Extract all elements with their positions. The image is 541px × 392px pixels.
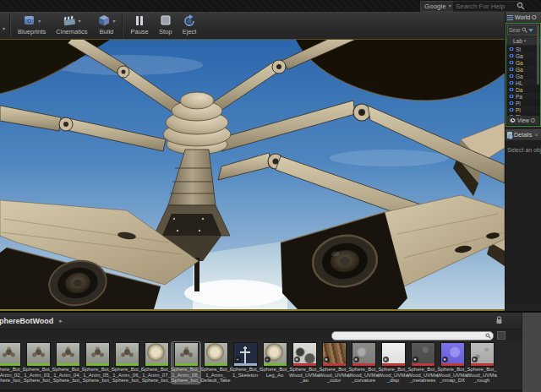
asset-item[interactable]: Sphere_Bot_6_ 1_Anim_08_ Sphere_bot_ (172, 342, 200, 384)
viewport[interactable] (0, 39, 505, 311)
asset-type-color-bar (352, 363, 375, 366)
asset-item[interactable]: Sphere_Bot_6_ 1_Anim_05_ Sphere_bot_ (83, 342, 112, 384)
asset-item[interactable]: ★ Sphere_Bot_ Wood_UVMap _curvature (349, 342, 378, 384)
world-outliner-panel: Sear Lab ▾ St (505, 23, 541, 127)
asset-source-badge: ★ (472, 357, 478, 362)
blueprints-label: Blueprints (18, 28, 46, 35)
outliner-actor-row[interactable]: Ga (506, 66, 540, 73)
pause-button[interactable]: Pause (125, 12, 153, 39)
viewport-3d-scene (0, 40, 505, 309)
asset-item[interactable]: ★ Sphere_Bot_ Wood_UVMap _color (320, 342, 348, 384)
asset-item[interactable]: + Sphere_Bot_ Leg_Ao (260, 342, 289, 378)
filter-icon[interactable] (528, 29, 533, 32)
view-options-label: View O (517, 117, 535, 123)
asset-source-badge: ★ (413, 357, 418, 362)
build-icon (97, 14, 111, 27)
asset-item[interactable]: Sphere_Bot_6_ 1_Anim_06_ Sphere_bot_ (112, 342, 141, 384)
asset-type-color-bar (175, 363, 198, 366)
outliner-actor-row[interactable]: HL (506, 79, 540, 86)
outliner-actor-row[interactable]: Ga (506, 59, 540, 66)
visibility-eye-icon[interactable] (509, 101, 514, 105)
visibility-eye-icon[interactable] (509, 61, 514, 64)
asset-name-line3: Sphere_bot_ (141, 378, 172, 384)
close-icon[interactable]: × (534, 132, 538, 138)
search-icon (485, 333, 491, 339)
asset-thumbnail: ★ (352, 342, 376, 367)
asset-item[interactable]: ★ Sphere_Bot_ Wood_UVMap _ao (290, 342, 319, 384)
visibility-eye-icon[interactable] (509, 108, 514, 112)
outliner-column-header[interactable]: Lab ▾ (506, 36, 540, 46)
blueprints-button[interactable]: ▾ Blueprints (13, 12, 51, 39)
breadcrumb[interactable]: SphereBotWood (0, 317, 53, 325)
actor-label: Pa (516, 94, 522, 100)
chevron-down-icon[interactable]: ▾ (78, 18, 80, 24)
stop-icon (159, 14, 172, 27)
asset-thumbnail (26, 342, 51, 367)
cinematics-button[interactable]: ▾ Cinematics (51, 12, 92, 39)
outliner-scrollbar[interactable] (537, 25, 539, 84)
asset-name-line3: Default_Take (200, 378, 231, 384)
asset-item[interactable]: ★ Sphere_Bot_ Wood_UVMap _nmap_DX (438, 342, 467, 384)
tab-details[interactable]: Details × (505, 129, 541, 140)
visibility-eye-icon[interactable] (509, 68, 514, 71)
visibility-eye-icon[interactable] (509, 74, 514, 78)
asset-item[interactable]: ★ Sphere_Bot_ Wood_UVMap _rough (467, 342, 496, 384)
content-browser-filter-row (0, 329, 522, 340)
view-options-button[interactable]: View O (507, 116, 539, 125)
asset-name-line3: _nmap_DX (437, 378, 467, 384)
eject-button[interactable]: Eject (178, 12, 202, 39)
view-settings-icon[interactable] (497, 331, 505, 340)
asset-name-line3: Sphere_bot_ (0, 378, 24, 384)
outliner-actor-row[interactable]: Pl (506, 106, 540, 113)
asset-item[interactable]: Sphere_Bot_6_ 1_Anim_03_ Sphere_bot_ (24, 342, 52, 384)
sort-caret-icon: ▾ (524, 38, 527, 43)
visibility-eye-icon[interactable] (509, 88, 514, 91)
visibility-eye-icon[interactable] (509, 54, 514, 57)
main-toolbar: ▾ ▾ Blueprints (0, 12, 541, 40)
lock-icon[interactable] (495, 316, 503, 324)
asset-item[interactable]: Sphere_Bot_6_ 1_Anim_04_ Sphere_bot_ (53, 342, 82, 384)
outliner-actor-row[interactable]: Da (506, 86, 540, 93)
search-icon[interactable] (516, 2, 525, 10)
build-button[interactable]: ▾ Build (92, 12, 120, 39)
breadcrumb-arrow-icon[interactable]: ▸ (59, 318, 63, 324)
details-tab-label: Details (514, 132, 532, 138)
chevron-down-icon[interactable]: ▾ (38, 18, 41, 24)
asset-item[interactable]: Sphere_Bot_6_ 1_Anim_07_ Sphere_bot_ (142, 342, 171, 384)
asset-item[interactable]: ★ Sphere_Bot_ Wood_UVMap _disp (379, 342, 407, 384)
help-search-engine-button[interactable]: Google ▾ (420, 1, 456, 12)
search-icon (522, 27, 527, 33)
asset-type-color-bar (57, 363, 79, 366)
asset-item[interactable]: + Sphere_Bot_6_ 1_Skeleton (231, 342, 260, 378)
visibility-eye-icon[interactable] (509, 81, 514, 84)
asset-name-line2: Leg_Ao (260, 373, 290, 378)
visibility-eye-icon[interactable] (509, 95, 514, 98)
stop-button[interactable]: Stop (154, 12, 178, 39)
outliner-search-input[interactable]: Sear (507, 24, 539, 35)
chevron-down-icon[interactable]: ▾ (112, 18, 115, 24)
window-titlebar: Google ▾ Search For Help (0, 0, 541, 12)
asset-type-color-bar (412, 363, 434, 366)
outliner-actor-row[interactable]: Pa (506, 93, 540, 100)
asset-thumbnail: ★ (322, 342, 347, 367)
toolbar-overflow-dropdown[interactable]: ▾ (0, 12, 8, 39)
visibility-eye-icon[interactable] (509, 47, 514, 51)
asset-type-color-bar (382, 363, 405, 366)
help-search-input[interactable]: Search For Help (452, 1, 520, 12)
asset-item[interactable]: ★ Sphere_Bot_ Wood_UVMap _metalness (408, 342, 437, 384)
asset-source-badge: ★ (294, 357, 300, 362)
asset-item[interactable]: Sphere_Bot_6_ 1_Anim_02_ Sphere_bot_ (0, 342, 23, 384)
outliner-actor-row[interactable]: Ga (506, 73, 540, 79)
asset-thumbnail (0, 342, 21, 367)
outliner-actor-row[interactable]: St (506, 46, 540, 52)
asset-item[interactable]: Sphere_Bot_6_ 1_Anim_ Default_Take (201, 342, 230, 384)
toolbar-separator (122, 14, 123, 36)
asset-name-line3: Sphere_bot_ (112, 378, 142, 384)
asset-source-badge: ★ (442, 357, 448, 362)
asset-thumbnail: + (233, 342, 258, 367)
outliner-actor-row[interactable]: Pl (506, 100, 540, 106)
tab-world-outliner[interactable]: World O (505, 12, 541, 23)
asset-search-input[interactable] (331, 331, 494, 340)
asset-source-badge: + (265, 357, 270, 362)
outliner-actor-row[interactable]: Ga (506, 52, 540, 59)
